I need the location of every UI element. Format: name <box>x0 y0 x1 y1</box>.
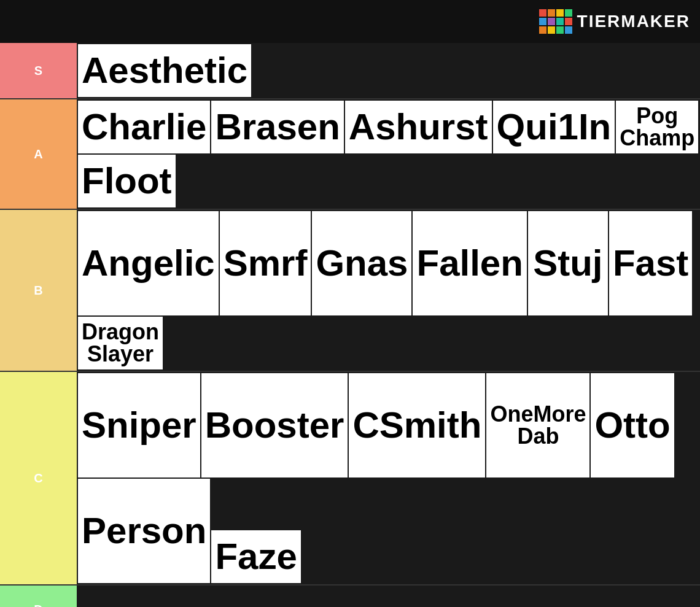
tier-content-b: Angelic Smrf Gnas Fallen Stuj Fast Drago… <box>77 210 700 371</box>
list-item: Floot <box>78 155 176 207</box>
tier-row-c: C Sniper Booster CSmith OneMoreDab Otto … <box>0 372 700 586</box>
list-item: Person <box>78 479 210 583</box>
tier-label-d: D <box>0 586 77 607</box>
item-text: CSmith <box>352 407 481 444</box>
item-text: Ashurst <box>349 109 488 145</box>
list-item: CSmith <box>349 373 485 477</box>
item-text: Fast <box>613 245 688 282</box>
tier-label-s: S <box>0 43 77 98</box>
tier-row-b: B Angelic Smrf Gnas Fallen Stuj Fast Dra… <box>0 210 700 372</box>
header: TiERMAKER <box>0 0 700 43</box>
item-text: Floot <box>82 163 172 199</box>
list-item: Brasen <box>211 101 343 153</box>
item-text: Brasen <box>215 109 340 145</box>
tier-row-d: D <box>0 586 700 607</box>
list-item: Fast <box>609 211 692 315</box>
item-text: Qui1In <box>497 109 612 145</box>
list-item: Faze <box>211 530 300 583</box>
list-item: OneMoreDab <box>486 373 589 477</box>
list-item: Fallen <box>413 211 526 315</box>
item-text: PogChamp <box>620 105 694 149</box>
tiermaker-logo: TiERMAKER <box>539 9 690 34</box>
list-item: Ashurst <box>345 101 492 153</box>
app-container: TiERMAKER S Aesthetic A Charlie Brasen A… <box>0 0 700 607</box>
item-text: Charlie <box>82 109 206 145</box>
item-text: Faze <box>215 538 297 575</box>
tier-row-s: S Aesthetic <box>0 43 700 99</box>
item-text: Smrf <box>224 245 308 282</box>
logo-grid-icon <box>539 9 572 34</box>
tier-content-a: Charlie Brasen Ashurst Qui1In PogChamp F… <box>77 99 700 209</box>
list-item: Charlie <box>78 101 210 153</box>
tier-row-a: A Charlie Brasen Ashurst Qui1In PogChamp… <box>0 99 700 210</box>
list-item: Smrf <box>220 211 311 315</box>
tier-label-b: B <box>0 210 77 371</box>
list-item: DragonSlayer <box>78 317 163 369</box>
list-item: Stuj <box>528 211 608 315</box>
tier-label-a: A <box>0 99 77 209</box>
logo-text: TiERMAKER <box>577 12 690 31</box>
item-text: Sniper <box>82 407 196 444</box>
list-item: PogChamp <box>616 101 698 153</box>
tier-content-c: Sniper Booster CSmith OneMoreDab Otto Pe… <box>77 372 700 584</box>
item-text: Aesthetic <box>82 52 247 89</box>
item-text: Otto <box>594 407 670 444</box>
list-item: Angelic <box>78 211 219 315</box>
item-text: Gnas <box>316 245 408 282</box>
item-text: OneMoreDab <box>490 403 586 447</box>
list-item: Sniper <box>78 373 200 477</box>
tier-label-c: C <box>0 372 77 584</box>
list-item: Booster <box>201 373 348 477</box>
item-text: Stuj <box>533 245 602 282</box>
list-item: Otto <box>591 373 674 477</box>
tier-content-d <box>77 586 700 607</box>
list-item: Aesthetic <box>78 44 251 97</box>
list-item: Gnas <box>312 211 411 315</box>
item-text: Fallen <box>416 245 523 282</box>
list-item: Qui1In <box>493 101 615 153</box>
item-text: Booster <box>205 407 344 444</box>
tier-content-s: Aesthetic <box>77 43 700 98</box>
item-text: Person <box>82 512 206 549</box>
item-text: Angelic <box>82 245 215 282</box>
item-text: DragonSlayer <box>82 321 159 365</box>
